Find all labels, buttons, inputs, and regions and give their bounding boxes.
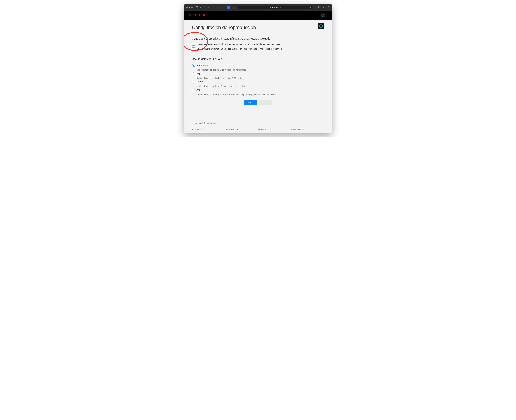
save-button[interactable]: Guardar [244,100,256,105]
tabs-icon[interactable] [327,6,330,9]
page-title: Configuración de reproducción [192,25,324,30]
radio-description: Calidad de audio y video estándar, hasta… [196,85,324,87]
radio-label: Medio [196,81,203,83]
footer-link[interactable]: Audio y subtítulos [192,128,225,130]
nav-buttons [203,6,210,9]
checkbox-icon [192,47,195,50]
close-window-icon[interactable] [186,7,187,8]
radio-option[interactable]: Alto [192,87,324,93]
footer-link[interactable]: Tarjetas de regalo [258,128,291,130]
radio-label: Automático [196,64,208,67]
cancel-button[interactable]: Cancelar [259,100,272,105]
sidebar-toggle[interactable] [195,6,201,9]
footer-link[interactable]: Centro de ayuda [225,128,258,130]
radio-option[interactable]: Medio [192,79,324,85]
back-button[interactable] [203,6,206,9]
avatar [321,13,325,17]
chevron-down-icon [326,15,327,15]
sidebar-icon [195,6,199,9]
browser-window: LT netflix.com NETFLIX [184,4,332,133]
radio-option[interactable]: Automático [192,63,324,68]
browser-toolbar: LT netflix.com [184,4,332,11]
radio-description: Calidad de audio y video óptima, hasta 3… [196,93,324,96]
checkbox-label: Reproducir automáticamente el siguiente … [196,43,281,45]
new-tab-icon[interactable] [322,6,325,9]
page-body: Configuración de reproducción Controles … [184,20,332,133]
footer-contact[interactable]: ¿Preguntas? Contáctanos. [192,122,324,124]
svg-point-5 [319,24,323,28]
lock-icon [270,7,271,8]
minimize-window-icon[interactable] [189,7,190,8]
radio-option[interactable]: Bajo [192,71,324,76]
data-usage-heading: Uso de datos por pantalla [192,58,324,60]
share-icon[interactable] [317,6,320,9]
checkbox-label: Se reproducen automáticamente los avance… [196,48,283,50]
privacy-shield-icon[interactable] [232,6,236,9]
radio-icon [192,89,195,92]
window-controls [186,7,193,8]
svg-rect-0 [196,7,198,8]
footer-link[interactable]: Tienda de Netflix [291,128,324,130]
forward-button[interactable] [206,6,210,9]
profile-avatar-large [318,23,324,29]
maximize-window-icon[interactable] [191,7,193,8]
autoplay-heading: Controles de reproducción automática par… [192,37,324,40]
reload-icon[interactable] [310,6,312,9]
svg-rect-3 [327,7,329,8]
url-text: netflix.com [272,7,281,8]
radio-description: Calidad de audio y video básica, hasta 0… [196,77,324,79]
radio-icon [192,64,195,67]
checkbox-autoplay-trailers[interactable]: Se reproducen automáticamente los avance… [192,47,324,50]
netflix-logo[interactable]: NETFLIX [189,13,205,17]
radio-label: Bajo [196,72,201,75]
checkbox-icon [192,43,195,45]
checkbox-autoplay-next[interactable]: Reproducir automáticamente el siguiente … [192,43,324,45]
radio-label: Alto [196,89,200,91]
svg-point-4 [322,14,324,16]
extension-badge[interactable]: LT [227,6,230,9]
site-header: NETFLIX [184,11,332,20]
address-bar[interactable]: netflix.com [238,6,313,9]
svg-rect-2 [270,7,271,8]
radio-icon [192,72,195,75]
profile-menu[interactable] [321,13,327,17]
radio-description: Uso de datos y calidad de audio y video … [196,69,324,71]
chevron-down-icon [199,6,201,9]
footer: ¿Preguntas? Contáctanos. Audio y subtítu… [184,117,332,133]
radio-icon [192,81,195,83]
